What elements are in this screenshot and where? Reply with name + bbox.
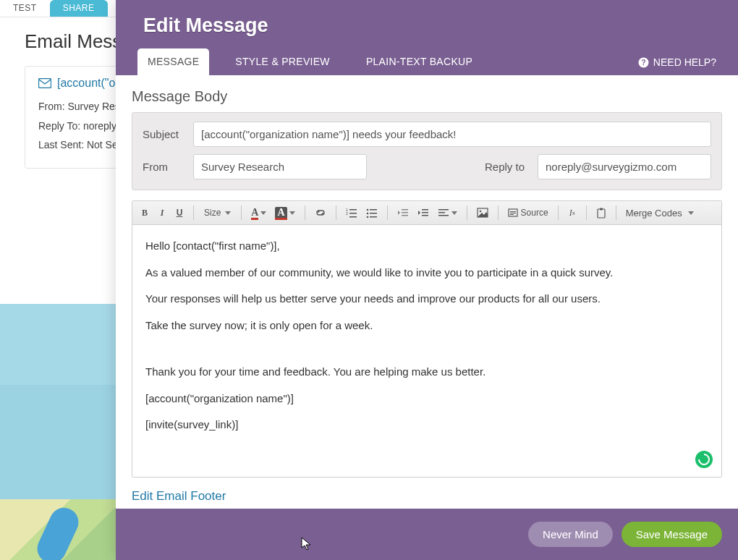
svg-rect-13 — [370, 216, 377, 218]
chevron-down-icon — [289, 211, 295, 215]
image-button[interactable] — [473, 204, 492, 221]
font-size-dropdown[interactable]: Size — [200, 204, 235, 221]
grammarly-icon[interactable] — [695, 451, 713, 468]
svg-rect-18 — [422, 212, 428, 213]
nav-tab-share[interactable]: SHARE — [50, 0, 108, 17]
editor-body[interactable]: Hello [contact("first name")], As a valu… — [132, 225, 721, 477]
outdent-button[interactable] — [394, 204, 412, 221]
envelope-icon — [38, 78, 51, 88]
background-color-button[interactable]: A — [271, 204, 298, 221]
svg-rect-30 — [600, 208, 603, 210]
editor-line: [account("organization name")] — [145, 391, 708, 407]
editor-line: Hello [contact("first name")], — [145, 238, 708, 255]
underline-button[interactable]: U — [171, 204, 187, 221]
from-input[interactable] — [193, 154, 367, 179]
svg-rect-22 — [438, 215, 449, 216]
svg-rect-21 — [438, 212, 445, 213]
align-left-icon — [438, 208, 449, 218]
ordered-list-icon: 12 — [346, 208, 357, 218]
svg-point-10 — [366, 216, 368, 218]
italic-button[interactable]: I — [154, 204, 170, 221]
paste-button[interactable] — [593, 204, 610, 221]
subject-input[interactable] — [193, 122, 711, 147]
text-color-button[interactable]: A — [247, 204, 270, 221]
chevron-down-icon — [688, 211, 694, 215]
indent-icon — [417, 208, 429, 218]
chevron-down-icon — [451, 211, 457, 215]
editor-line: Thank you for your time and feedback. Yo… — [145, 364, 708, 381]
svg-rect-6 — [349, 213, 357, 214]
svg-rect-16 — [402, 215, 408, 216]
reply-to-label: Reply to — [485, 161, 527, 173]
nav-tab-test[interactable]: TEST — [0, 0, 50, 17]
svg-text:2: 2 — [346, 211, 348, 216]
remove-format-button[interactable]: Ix — [564, 204, 580, 221]
svg-rect-17 — [422, 209, 428, 211]
message-card-title-text: [account("o — [57, 77, 115, 90]
align-dropdown[interactable] — [434, 204, 461, 221]
save-button[interactable]: Save Message — [622, 522, 722, 547]
source-icon — [508, 208, 518, 218]
font-size-label: Size — [204, 208, 221, 218]
svg-rect-11 — [370, 209, 377, 211]
chevron-down-icon — [260, 211, 266, 215]
rich-text-editor: B I U Size A A — [132, 200, 722, 478]
clipboard-icon — [596, 208, 606, 219]
message-header-form: Subject From Reply to — [132, 112, 722, 190]
bold-button[interactable]: B — [137, 204, 153, 221]
link-button[interactable] — [311, 204, 330, 221]
link-icon — [315, 208, 326, 218]
svg-point-24 — [479, 211, 481, 213]
modal-help-text: NEED HELP? — [653, 56, 716, 68]
merge-codes-label: Merge Codes — [626, 208, 682, 219]
edit-email-footer-link[interactable]: Edit Email Footer — [132, 489, 226, 504]
svg-text:?: ? — [641, 59, 645, 67]
reply-to-input[interactable] — [538, 154, 711, 179]
svg-rect-19 — [422, 215, 428, 216]
unordered-list-button[interactable] — [362, 204, 381, 221]
svg-rect-5 — [349, 209, 357, 211]
modal-tabs: MESSAGE STYLE & PREVIEW PLAIN-TEXT BACKU… — [137, 48, 716, 75]
svg-rect-27 — [510, 213, 516, 213]
svg-point-9 — [366, 213, 368, 215]
svg-rect-15 — [402, 212, 408, 213]
editor-line: Your responses will help us better serve… — [145, 291, 708, 307]
merge-codes-dropdown[interactable]: Merge Codes — [622, 204, 697, 221]
chevron-down-icon — [225, 211, 231, 215]
svg-rect-28 — [510, 214, 514, 215]
editor-blank-line — [145, 344, 708, 364]
source-button[interactable]: Source — [504, 204, 552, 221]
modal-help-link[interactable]: ? NEED HELP? — [638, 56, 716, 68]
ordered-list-button[interactable]: 12 — [342, 204, 361, 221]
from-label: From — [143, 161, 183, 173]
tab-message[interactable]: MESSAGE — [137, 48, 209, 75]
image-icon — [477, 208, 488, 218]
modal-body: Message Body Subject From Reply to B I U… — [116, 75, 738, 509]
svg-rect-29 — [598, 209, 605, 218]
edit-message-modal: Edit Message MESSAGE STYLE & PREVIEW PLA… — [116, 0, 738, 560]
svg-rect-0 — [39, 79, 51, 88]
section-label: Message Body — [132, 88, 722, 105]
modal-title: Edit Message — [143, 14, 716, 37]
outdent-icon — [397, 208, 409, 218]
unordered-list-icon — [366, 208, 378, 218]
svg-point-8 — [366, 209, 368, 211]
modal-header: Edit Message MESSAGE STYLE & PREVIEW PLA… — [116, 0, 738, 75]
tab-plain-text-backup[interactable]: PLAIN-TEXT BACKUP — [356, 48, 483, 75]
modal-footer: Never Mind Save Message — [116, 509, 738, 560]
indent-button[interactable] — [414, 204, 433, 221]
editor-line: Take the survey now; it is only open for… — [145, 318, 708, 334]
svg-rect-20 — [438, 209, 449, 211]
decorative-preview-band — [0, 304, 116, 506]
tab-style-preview[interactable]: STYLE & PREVIEW — [225, 48, 340, 75]
editor-line: [invite(survey_link)] — [145, 417, 708, 433]
svg-rect-26 — [510, 211, 516, 212]
editor-line: As a valued member of our community, we … — [145, 265, 708, 281]
subject-label: Subject — [143, 128, 183, 140]
editor-toolbar: B I U Size A A — [132, 201, 721, 225]
svg-rect-7 — [349, 216, 357, 218]
cancel-button[interactable]: Never Mind — [528, 522, 613, 547]
svg-rect-12 — [370, 213, 377, 214]
source-label: Source — [521, 208, 548, 218]
svg-rect-14 — [402, 209, 408, 211]
